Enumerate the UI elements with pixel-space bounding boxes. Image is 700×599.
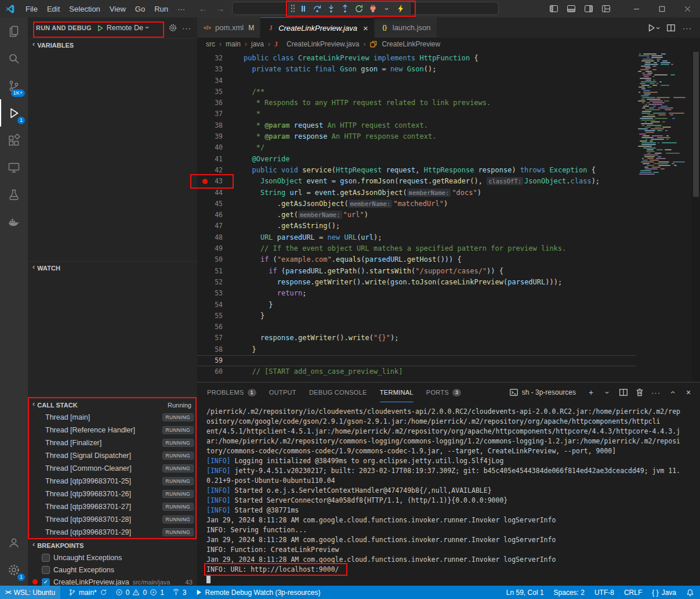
code-line[interactable]: .getAsJsonObject(memberName:"matchedUrl"… [244, 199, 636, 210]
breakpoint-item[interactable]: Caught Exceptions [28, 564, 197, 576]
line-number[interactable]: 33 [197, 64, 244, 75]
panel-more-actions-icon[interactable]: ··· [651, 388, 661, 397]
breakpoints-section-header[interactable]: › BREAKPOINTS [28, 539, 197, 551]
code-line[interactable]: return; [244, 288, 636, 299]
activity-item-settings[interactable]: 1 [0, 556, 28, 583]
line-number[interactable]: 45 [197, 199, 244, 210]
call-stack-thread[interactable]: Thread [Common-Cleaner]RUNNING [28, 462, 197, 475]
activity-item-explorer[interactable] [0, 17, 28, 45]
notifications-bell-icon[interactable] [686, 589, 694, 597]
minimize-button[interactable] [623, 0, 649, 17]
code-line[interactable] [244, 322, 636, 333]
line-number[interactable]: 40 [197, 142, 244, 153]
run-java-button[interactable]: › [647, 23, 659, 33]
hot-code-replace-icon[interactable] [394, 2, 408, 16]
code-line[interactable]: * @param request An HTTP request context… [244, 120, 636, 131]
maximize-panel-icon[interactable]: › [668, 388, 676, 397]
code-line[interactable]: JsonObject event = gson.fromJson(request… [244, 176, 636, 187]
line-number[interactable]: 43 [197, 176, 244, 187]
scrollbar-thumb[interactable] [693, 52, 699, 197]
toggle-panel-icon[interactable] [567, 4, 576, 13]
line-number[interactable]: 55 [197, 311, 244, 322]
call-stack-thread[interactable]: Thread [main]RUNNING [28, 411, 197, 424]
call-stack-thread[interactable]: Thread [Signal Dispatcher]RUNNING [28, 449, 197, 462]
code-line[interactable]: .get(memberName:"url") [244, 210, 636, 221]
call-stack-thread[interactable]: Thread [Finalizer]RUNNING [28, 436, 197, 449]
editor-more-actions-icon[interactable]: ··· [683, 23, 692, 33]
line-number[interactable]: 59 [197, 355, 244, 366]
breakpoint-checkbox[interactable]: ✓ [42, 578, 50, 586]
code-line[interactable]: private static final Gson gson = new Gso… [244, 64, 636, 75]
variables-section-header[interactable]: › VARIABLES [28, 38, 197, 51]
cursor-position[interactable]: Ln 59, Col 1 [506, 589, 544, 597]
breadcrumb-file[interactable]: CreateLinkPreview.java [286, 40, 359, 48]
close-window-button[interactable] [674, 0, 700, 17]
code-line[interactable]: * Responds to any HTTP request related t… [244, 98, 636, 109]
call-stack-thread[interactable]: Thread [qtp399683701-27]RUNNING [28, 500, 197, 513]
line-number[interactable]: 47 [197, 221, 244, 232]
activity-item-remote-explorer[interactable] [0, 154, 28, 181]
maximize-button[interactable] [649, 0, 674, 17]
activity-item-accounts[interactable] [0, 529, 28, 556]
breadcrumb-java[interactable]: java [251, 40, 264, 48]
tab-createlinkpreview-java[interactable]: J CreateLinkPreview.java × [260, 17, 375, 38]
restart-icon[interactable] [352, 2, 366, 16]
breakpoint-item[interactable]: Uncaught Exceptions [28, 551, 197, 564]
tab-terminal[interactable]: TERMINAL [380, 383, 414, 402]
menu-edit[interactable]: Edit [42, 2, 64, 16]
code-line[interactable]: */ [244, 142, 636, 153]
indentation-status[interactable]: Spaces: 2 [554, 589, 585, 597]
line-number[interactable]: 48 [197, 232, 244, 243]
debug-settings-gear-icon[interactable] [168, 23, 177, 33]
code-line[interactable]: * @param response An HTTP response conte… [244, 131, 636, 142]
tab-launch-json[interactable]: {} launch.json [375, 17, 437, 38]
code-line[interactable]: response.getWriter().write("{}"); [244, 333, 636, 344]
line-number[interactable]: 39 [197, 131, 244, 142]
close-tab-icon[interactable]: × [363, 23, 368, 33]
activity-item-source-control[interactable]: 1K+ [0, 72, 28, 99]
tab-pom-xml[interactable]: </> pom.xml M [197, 17, 260, 38]
activity-item-extensions[interactable] [0, 127, 28, 154]
code-line[interactable]: .getAsString(); [244, 221, 636, 232]
code-line[interactable]: // [START add_ons_case_preview_link] [244, 366, 636, 377]
breakpoint-dot[interactable] [202, 179, 208, 184]
kill-terminal-icon[interactable] [635, 388, 644, 397]
go-back-icon[interactable]: ← [199, 4, 207, 13]
pause-icon[interactable] [296, 2, 310, 16]
breadcrumb-main[interactable]: main [226, 40, 241, 48]
breakpoint-item[interactable]: ✓CreateLinkPreview.javasrc/main/java43 [28, 576, 197, 586]
line-number[interactable]: 57 [197, 333, 244, 344]
line-number[interactable]: 51 [197, 266, 244, 277]
line-number[interactable]: 58 [197, 344, 244, 355]
call-stack-thread[interactable]: Thread [Reference Handler]RUNNING [28, 424, 197, 436]
line-number[interactable]: 38 [197, 120, 244, 131]
menu-view[interactable]: View [105, 2, 130, 16]
code-line[interactable]: String url = event.getAsJsonObject(membe… [244, 187, 636, 199]
code-line[interactable]: } [244, 344, 636, 355]
close-panel-icon[interactable]: × [684, 388, 693, 397]
code-line[interactable]: } [244, 311, 636, 322]
breakpoint-checkbox[interactable] [42, 566, 50, 574]
activity-item-search[interactable] [0, 45, 28, 72]
step-into-icon[interactable] [324, 2, 338, 16]
call-stack-thread[interactable]: Thread [qtp399683701-26]RUNNING [28, 488, 197, 500]
watch-section-header[interactable]: › WATCH [28, 261, 197, 274]
line-number[interactable]: 49 [197, 243, 244, 254]
minimap[interactable] [637, 53, 690, 175]
terminal-output[interactable]: /pierrick/.m2/repository/io/cloudevents/… [206, 407, 697, 586]
line-number[interactable]: 37 [197, 109, 244, 120]
split-editor-icon[interactable] [666, 23, 676, 33]
call-stack-section-header[interactable]: › CALL STACK Running [28, 398, 197, 411]
line-number[interactable]: 36 [197, 98, 244, 109]
code-line[interactable]: URL parsedURL = new URL(url); [244, 232, 636, 243]
call-stack-thread[interactable]: Thread [qtp399683701-29]RUNNING [28, 526, 197, 539]
menu-run[interactable]: Run [150, 2, 173, 16]
debug-session-status[interactable]: Remote Debug Watch (3p-resources) [195, 589, 321, 597]
call-stack-thread[interactable]: Thread [qtp399683701-28]RUNNING [28, 513, 197, 526]
line-number[interactable]: 46 [197, 210, 244, 221]
menu-selection[interactable]: Selection [64, 2, 104, 16]
activity-item-run-and-debug[interactable]: 1 [0, 99, 28, 127]
debug-options-icon[interactable]: › [380, 2, 394, 16]
line-number[interactable]: 41 [197, 154, 244, 165]
new-terminal-icon[interactable]: + [586, 388, 596, 397]
